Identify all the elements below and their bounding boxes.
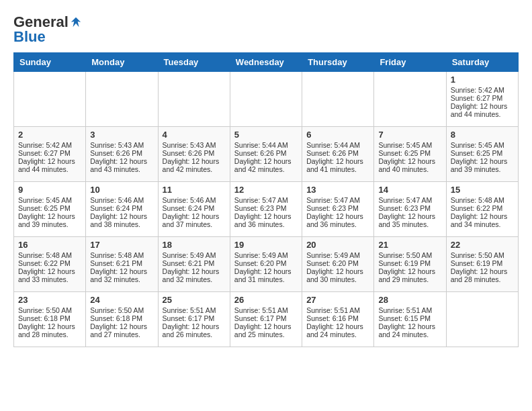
calendar-day-3: 3Sunrise: 5:43 AMSunset: 6:26 PMDaylight… xyxy=(86,127,158,182)
calendar-day-28: 28Sunrise: 5:51 AMSunset: 6:15 PMDayligh… xyxy=(374,292,446,347)
weekday-header-monday: Monday xyxy=(86,53,158,72)
day-number: 22 xyxy=(451,240,514,250)
day-info-line: Sunset: 6:20 PM xyxy=(306,259,369,267)
calendar-day-25: 25Sunrise: 5:51 AMSunset: 6:17 PMDayligh… xyxy=(158,292,230,347)
weekday-header-friday: Friday xyxy=(374,53,446,72)
day-info-line: Sunset: 6:20 PM xyxy=(234,259,298,267)
day-info-line: Daylight: 12 hours and 27 minutes. xyxy=(90,322,153,338)
day-info-line: Sunrise: 5:43 AM xyxy=(90,141,153,149)
logo: General Blue xyxy=(13,13,82,46)
day-info-line: Sunset: 6:19 PM xyxy=(378,259,441,267)
calendar-day-6: 6Sunrise: 5:44 AMSunset: 6:26 PMDaylight… xyxy=(302,127,374,182)
calendar-empty-cell xyxy=(230,72,302,127)
weekday-header-thursday: Thursday xyxy=(302,53,374,72)
day-info-line: Sunset: 6:23 PM xyxy=(378,204,441,212)
day-info-line: Daylight: 12 hours and 32 minutes. xyxy=(163,267,226,283)
day-info-line: Sunrise: 5:47 AM xyxy=(234,196,298,204)
day-info-line: Sunset: 6:19 PM xyxy=(451,259,514,267)
day-info-line: Daylight: 12 hours and 26 minutes. xyxy=(163,322,226,338)
day-number: 12 xyxy=(234,185,298,195)
calendar-week-row: 23Sunrise: 5:50 AMSunset: 6:18 PMDayligh… xyxy=(14,292,519,347)
day-number: 16 xyxy=(18,240,81,250)
day-info-line: Daylight: 12 hours and 41 minutes. xyxy=(306,157,369,173)
calendar-day-23: 23Sunrise: 5:50 AMSunset: 6:18 PMDayligh… xyxy=(14,292,86,347)
day-number: 25 xyxy=(163,295,226,305)
calendar-table: SundayMondayTuesdayWednesdayThursdayFrid… xyxy=(13,52,519,347)
day-info-line: Sunrise: 5:50 AM xyxy=(451,251,514,259)
day-info-line: Sunrise: 5:49 AM xyxy=(163,251,226,259)
day-info-line: Sunrise: 5:47 AM xyxy=(378,196,441,204)
day-info-line: Sunrise: 5:49 AM xyxy=(234,251,298,259)
day-info-line: Sunrise: 5:42 AM xyxy=(451,86,514,94)
day-info-line: Sunrise: 5:48 AM xyxy=(90,251,153,259)
calendar-empty-cell xyxy=(14,72,86,127)
day-info-line: Daylight: 12 hours and 38 minutes. xyxy=(90,212,153,228)
day-number: 27 xyxy=(306,295,369,305)
day-number: 5 xyxy=(234,130,298,140)
day-info-line: Daylight: 12 hours and 42 minutes. xyxy=(234,157,298,173)
calendar-day-20: 20Sunrise: 5:49 AMSunset: 6:20 PMDayligh… xyxy=(302,237,374,292)
day-number: 17 xyxy=(90,240,153,250)
day-info-line: Daylight: 12 hours and 32 minutes. xyxy=(90,267,153,283)
calendar-day-8: 8Sunrise: 5:45 AMSunset: 6:25 PMDaylight… xyxy=(446,127,518,182)
day-number: 28 xyxy=(378,295,441,305)
day-info-line: Sunrise: 5:51 AM xyxy=(163,306,226,314)
day-info-line: Daylight: 12 hours and 42 minutes. xyxy=(163,157,226,173)
calendar-day-1: 1Sunrise: 5:42 AMSunset: 6:27 PMDaylight… xyxy=(446,72,518,127)
day-info-line: Sunrise: 5:44 AM xyxy=(234,141,298,149)
svg-marker-0 xyxy=(71,17,81,27)
day-number: 13 xyxy=(306,185,369,195)
day-number: 11 xyxy=(163,185,226,195)
day-info-line: Sunset: 6:21 PM xyxy=(90,259,153,267)
day-info-line: Daylight: 12 hours and 40 minutes. xyxy=(378,157,441,173)
calendar-day-5: 5Sunrise: 5:44 AMSunset: 6:26 PMDaylight… xyxy=(230,127,302,182)
day-number: 21 xyxy=(378,240,441,250)
calendar-day-11: 11Sunrise: 5:46 AMSunset: 6:24 PMDayligh… xyxy=(158,182,230,237)
weekday-header-tuesday: Tuesday xyxy=(158,53,230,72)
day-number: 3 xyxy=(90,130,153,140)
calendar-empty-cell xyxy=(158,72,230,127)
day-info-line: Sunset: 6:23 PM xyxy=(306,204,369,212)
day-number: 18 xyxy=(163,240,226,250)
day-number: 20 xyxy=(306,240,369,250)
calendar-week-row: 1Sunrise: 5:42 AMSunset: 6:27 PMDaylight… xyxy=(14,72,519,127)
day-number: 14 xyxy=(378,185,441,195)
day-info-line: Sunset: 6:18 PM xyxy=(18,314,81,322)
day-number: 24 xyxy=(90,295,153,305)
day-info-line: Sunset: 6:21 PM xyxy=(163,259,226,267)
day-info-line: Sunset: 6:26 PM xyxy=(234,149,298,157)
day-info-line: Sunset: 6:16 PM xyxy=(306,314,369,322)
calendar-week-row: 16Sunrise: 5:48 AMSunset: 6:22 PMDayligh… xyxy=(14,237,519,292)
calendar-day-19: 19Sunrise: 5:49 AMSunset: 6:20 PMDayligh… xyxy=(230,237,302,292)
day-number: 19 xyxy=(234,240,298,250)
day-info-line: Daylight: 12 hours and 28 minutes. xyxy=(451,267,514,283)
day-number: 1 xyxy=(451,75,514,85)
day-info-line: Daylight: 12 hours and 43 minutes. xyxy=(90,157,153,173)
calendar-empty-cell xyxy=(374,72,446,127)
day-info-line: Sunset: 6:15 PM xyxy=(378,314,441,322)
day-info-line: Daylight: 12 hours and 30 minutes. xyxy=(306,267,369,283)
calendar-empty-cell xyxy=(446,292,518,347)
day-info-line: Sunset: 6:24 PM xyxy=(90,204,153,212)
calendar-day-4: 4Sunrise: 5:43 AMSunset: 6:26 PMDaylight… xyxy=(158,127,230,182)
day-info-line: Daylight: 12 hours and 24 minutes. xyxy=(306,322,369,338)
day-info-line: Sunrise: 5:50 AM xyxy=(378,251,441,259)
calendar-day-17: 17Sunrise: 5:48 AMSunset: 6:21 PMDayligh… xyxy=(86,237,158,292)
calendar-day-14: 14Sunrise: 5:47 AMSunset: 6:23 PMDayligh… xyxy=(374,182,446,237)
day-info-line: Sunrise: 5:51 AM xyxy=(378,306,441,314)
day-info-line: Sunset: 6:27 PM xyxy=(18,149,81,157)
calendar-week-row: 9Sunrise: 5:45 AMSunset: 6:25 PMDaylight… xyxy=(14,182,519,237)
calendar-day-15: 15Sunrise: 5:48 AMSunset: 6:22 PMDayligh… xyxy=(446,182,518,237)
day-info-line: Sunrise: 5:42 AM xyxy=(18,141,81,149)
day-info-line: Daylight: 12 hours and 31 minutes. xyxy=(234,267,298,283)
day-number: 7 xyxy=(378,130,441,140)
weekday-header-saturday: Saturday xyxy=(446,53,518,72)
weekday-header-wednesday: Wednesday xyxy=(230,53,302,72)
day-info-line: Sunset: 6:25 PM xyxy=(378,149,441,157)
day-info-line: Sunrise: 5:43 AM xyxy=(163,141,226,149)
calendar-day-22: 22Sunrise: 5:50 AMSunset: 6:19 PMDayligh… xyxy=(446,237,518,292)
day-info-line: Daylight: 12 hours and 39 minutes. xyxy=(18,212,81,228)
calendar-day-27: 27Sunrise: 5:51 AMSunset: 6:16 PMDayligh… xyxy=(302,292,374,347)
day-info-line: Sunset: 6:22 PM xyxy=(451,204,514,212)
day-number: 15 xyxy=(451,185,514,195)
